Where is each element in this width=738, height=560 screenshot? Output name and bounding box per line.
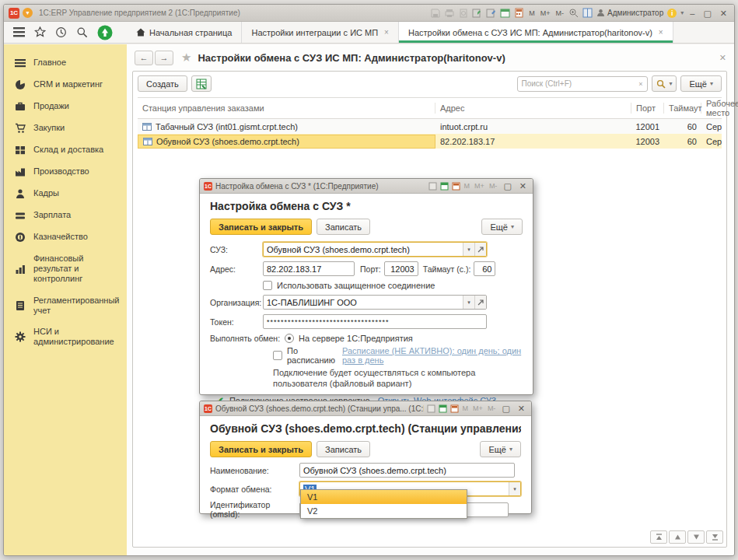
sidebar-item-regulated-accounting[interactable]: Регламентированный учет <box>4 290 127 321</box>
sidebar-item-nsi-administration[interactable]: НСИ и администрирование <box>4 321 127 352</box>
sidebar-item-financial-result[interactable]: Финансовый результат и контроллинг <box>4 248 127 290</box>
sidebar-item-main[interactable]: Главное <box>4 52 127 74</box>
chevron-down-icon[interactable]: ▾ <box>680 9 684 16</box>
sidebar-item-treasury[interactable]: Казначейство <box>4 226 127 248</box>
minimize-button[interactable]: – <box>687 9 697 18</box>
maximize-button[interactable]: ▢ <box>499 404 512 413</box>
schedule-link[interactable]: Расписание (НЕ АКТИВНО): один день; один… <box>342 346 523 365</box>
tab-exchange-settings[interactable]: Настройки обмена с СУЗ ИС МП: Администра… <box>399 22 673 43</box>
dropdown-option-v1[interactable]: V1 <box>301 490 467 504</box>
save-icon[interactable] <box>430 8 440 18</box>
save-icon[interactable] <box>428 182 437 191</box>
timeout-input[interactable]: 60 <box>474 261 495 276</box>
suz-combo[interactable]: Обувной СУЗ (shoes.demo.crpt.tech) ▾ <box>263 242 487 257</box>
save-button[interactable]: Записать <box>317 441 370 457</box>
info-icon[interactable]: i <box>667 9 677 18</box>
page-close-icon[interactable]: ✕ <box>719 53 726 63</box>
dropdown-arrow-icon[interactable]: ▾ <box>509 482 520 495</box>
zoom-icon[interactable] <box>568 8 579 18</box>
dropdown-option-v2[interactable]: V2 <box>301 504 467 518</box>
table-row[interactable]: Табачный СУЗ (int01.gismt.crpt.tech) int… <box>138 119 722 134</box>
memory-m-button[interactable]: M <box>528 9 536 17</box>
more-button[interactable]: Ещё▾ <box>481 219 523 235</box>
favorite-star-icon[interactable]: ★ <box>181 51 191 65</box>
tab-home[interactable]: Начальная страница <box>127 22 242 43</box>
search-input[interactable] <box>521 79 637 88</box>
tab-integration-settings[interactable]: Настройки интеграции с ИС МП × <box>242 22 399 43</box>
open-item-icon[interactable] <box>474 296 486 309</box>
sidebar-item-sales[interactable]: Продажи <box>4 96 127 117</box>
column-header[interactable]: Станция управления заказами <box>138 103 435 114</box>
search-options-button[interactable]: ▾ <box>652 75 677 92</box>
memory-m-plus-button: M+ <box>474 182 485 190</box>
history-icon[interactable] <box>55 26 67 38</box>
print-icon[interactable] <box>444 8 454 18</box>
sidebar-item-hr[interactable]: Кадры <box>4 183 127 205</box>
calculator-icon[interactable] <box>450 404 459 413</box>
column-header[interactable]: Адрес <box>435 103 631 114</box>
save-button[interactable]: Записать <box>317 219 370 235</box>
receive-icon[interactable] <box>486 8 496 18</box>
schedule-checkbox[interactable] <box>273 351 282 360</box>
main-menu-button[interactable]: ▾ <box>23 8 33 18</box>
dropdown-arrow-icon[interactable]: ▾ <box>463 243 474 256</box>
scroll-last-button[interactable] <box>706 530 723 544</box>
memory-m-plus-button[interactable]: M+ <box>540 9 551 17</box>
sidebar-item-production[interactable]: Производство <box>4 161 127 183</box>
performance-icon[interactable] <box>97 25 113 40</box>
dropdown-arrow-icon[interactable]: ▾ <box>463 296 474 309</box>
maximize-button[interactable]: ▢ <box>501 181 513 191</box>
output-list-button[interactable] <box>191 75 212 92</box>
close-button[interactable]: ✕ <box>517 181 529 191</box>
format-dropdown-list: V1 V2 <box>300 489 467 519</box>
print-preview-icon[interactable] <box>458 8 468 18</box>
favorites-star-icon[interactable] <box>34 26 46 38</box>
address-input[interactable]: 82.202.183.17 <box>263 261 355 276</box>
calculator-icon[interactable] <box>452 182 460 191</box>
token-input[interactable]: *********************************** <box>263 314 487 329</box>
clear-search-icon[interactable]: × <box>637 80 644 88</box>
open-item-icon[interactable] <box>474 243 486 256</box>
search-icon[interactable] <box>76 26 88 38</box>
close-button[interactable]: ✕ <box>718 9 729 18</box>
scroll-up-button[interactable] <box>669 530 686 544</box>
menu-grid-icon[interactable] <box>13 26 25 38</box>
close-button[interactable]: ✕ <box>516 404 527 413</box>
column-header[interactable]: Рабочее место <box>701 98 738 118</box>
port-input[interactable]: 12003 <box>384 261 418 276</box>
scroll-down-button[interactable] <box>687 530 705 544</box>
organization-combo[interactable]: 1С-ПАБЛИШИНГ ООО ▾ <box>263 295 487 310</box>
tab-close-icon[interactable]: × <box>659 28 663 37</box>
forward-button[interactable]: → <box>155 51 173 65</box>
tab-close-icon[interactable]: × <box>384 28 389 37</box>
station-icon <box>142 123 152 131</box>
maximize-button[interactable]: ▢ <box>701 9 713 18</box>
sidebar-item-crm[interactable]: CRM и маркетинг <box>4 74 127 96</box>
table-row-selected[interactable]: Обувной СУЗ (shoes.demo.crpt.tech) 82.20… <box>138 134 722 149</box>
column-header[interactable]: Таймаут <box>664 103 701 114</box>
more-button[interactable]: Ещё▾ <box>680 75 722 92</box>
save-and-close-button[interactable]: Записать и закрыть <box>210 219 312 235</box>
sidebar-item-payroll[interactable]: Зарплата <box>4 205 127 226</box>
memory-m-minus-button[interactable]: M- <box>555 9 565 17</box>
scroll-first-button[interactable] <box>650 530 667 544</box>
save-icon[interactable] <box>427 404 435 413</box>
coin-icon <box>15 232 26 243</box>
columns-icon[interactable] <box>582 8 593 18</box>
send-icon[interactable] <box>472 8 482 18</box>
secure-connection-checkbox[interactable] <box>263 281 272 290</box>
calendar-icon[interactable] <box>500 8 510 18</box>
calendar-icon[interactable] <box>440 182 449 191</box>
more-button[interactable]: Ещё▾ <box>480 441 521 457</box>
on-server-radio[interactable] <box>285 334 294 343</box>
sidebar-item-purchases[interactable]: Закупки <box>4 117 127 139</box>
calendar-icon[interactable] <box>439 404 447 413</box>
column-header[interactable]: Порт <box>631 103 664 114</box>
name-input[interactable]: Обувной СУЗ (shoes.demo.crpt.tech) <box>299 463 515 478</box>
calculator-icon[interactable] <box>514 8 524 18</box>
back-button[interactable]: ← <box>135 51 153 65</box>
create-button[interactable]: Создать <box>138 75 187 92</box>
current-user[interactable]: Администратор <box>596 9 663 17</box>
save-and-close-button[interactable]: Записать и закрыть <box>210 441 312 457</box>
sidebar-item-warehouse[interactable]: Склад и доставка <box>4 139 127 161</box>
